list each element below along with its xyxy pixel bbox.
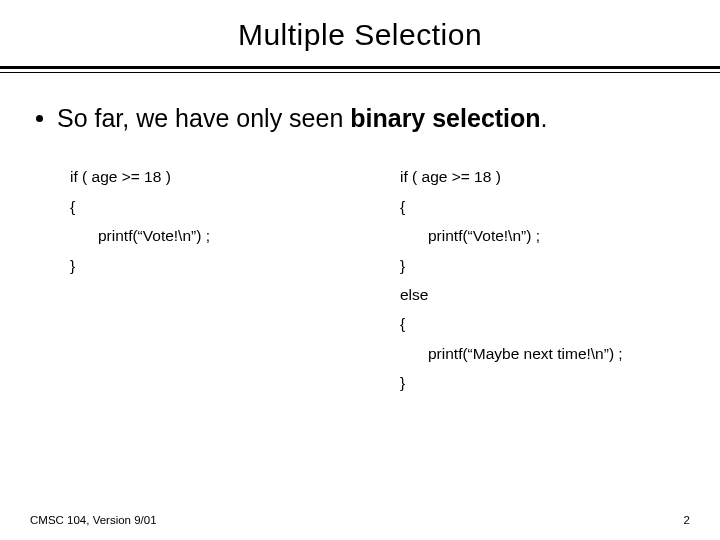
slide-title: Multiple Selection	[30, 18, 690, 52]
code-line: else	[400, 280, 690, 309]
code-line: printf(“Vote!\n”) ;	[400, 221, 690, 250]
code-line: if ( age >= 18 )	[400, 162, 690, 191]
code-line: printf(“Vote!\n”) ;	[70, 221, 360, 250]
bullet-item: So far, we have only seen binary selecti…	[36, 103, 690, 134]
code-line: {	[400, 309, 690, 338]
code-right: if ( age >= 18 ) { printf(“Vote!\n”) ; }…	[360, 162, 690, 398]
code-line: }	[400, 368, 690, 397]
code-line: }	[70, 251, 360, 280]
bullet-prefix: So far, we have only seen	[57, 104, 350, 132]
bullet-text: So far, we have only seen binary selecti…	[57, 103, 548, 134]
code-columns: if ( age >= 18 ) { printf(“Vote!\n”) ; }…	[30, 162, 690, 398]
slide: Multiple Selection So far, we have only …	[0, 0, 720, 540]
page-number: 2	[684, 514, 690, 526]
code-line: {	[70, 192, 360, 221]
title-rule	[0, 66, 720, 73]
bullet-bold: binary selection	[350, 104, 540, 132]
code-line: printf(“Maybe next time!\n”) ;	[400, 339, 690, 368]
code-line: {	[400, 192, 690, 221]
code-left: if ( age >= 18 ) { printf(“Vote!\n”) ; }	[30, 162, 360, 398]
code-line: if ( age >= 18 )	[70, 162, 360, 191]
bullet-suffix: .	[541, 104, 548, 132]
code-line: }	[400, 251, 690, 280]
footer: CMSC 104, Version 9/01 2	[30, 514, 690, 526]
footer-left: CMSC 104, Version 9/01	[30, 514, 157, 526]
bullet-dot-icon	[36, 115, 43, 122]
